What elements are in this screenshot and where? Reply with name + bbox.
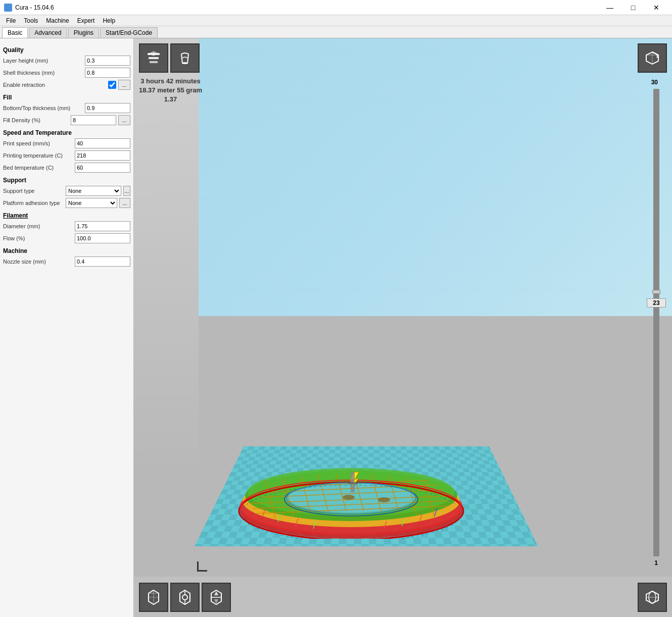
layer-height-row: Layer height (mm) — [3, 56, 130, 66]
section-machine-title: Machine — [3, 247, 130, 254]
svg-rect-42 — [149, 57, 159, 59]
platform-adhesion-select[interactable]: None Brim Raft — [66, 198, 117, 208]
flow-label: Flow (%) — [3, 235, 73, 241]
platform-adhesion-row: Platform adhesion type None Brim Raft ..… — [3, 198, 130, 208]
diameter-row: Diameter (mm) — [3, 221, 130, 231]
tab-basic[interactable]: Basic — [2, 27, 28, 38]
bottom-right-view-btn[interactable] — [638, 583, 667, 612]
enable-retraction-checkbox[interactable] — [108, 81, 116, 89]
layer-slider: 30 23 1 — [647, 79, 666, 567]
fill-density-input[interactable] — [71, 115, 116, 125]
shell-thickness-label: Shell thickness (mm) — [3, 70, 83, 76]
menu-machine[interactable]: Machine — [42, 16, 73, 25]
flow-input[interactable] — [75, 233, 130, 243]
tab-plugins[interactable]: Plugins — [68, 27, 99, 38]
nozzle-size-label: Nozzle size (mm) — [3, 259, 73, 265]
section-fill-title: Fill — [3, 94, 130, 101]
flow-row: Flow (%) — [3, 233, 130, 243]
main-layout: Quality Layer height (mm) Shell thicknes… — [0, 38, 672, 617]
print-speed-input[interactable] — [75, 138, 130, 148]
bottom-top-thickness-input[interactable] — [85, 103, 130, 113]
section-filament-title: Filament — [3, 212, 130, 219]
diameter-label: Diameter (mm) — [3, 223, 73, 229]
bed-temp-row: Bed temperature (C) — [3, 163, 130, 173]
section-support-title: Support — [3, 177, 130, 184]
layer-height-label: Layer height (mm) — [3, 58, 83, 64]
print-info: 3 hours 42 minutes 18.37 meter 55 gram 1… — [139, 77, 202, 105]
titlebar-controls: — □ ✕ — [598, 0, 668, 15]
shell-thickness-input[interactable] — [85, 68, 130, 78]
platform-adhesion-label: Platform adhesion type — [3, 200, 64, 206]
support-type-dots-btn[interactable]: ... — [123, 186, 130, 196]
svg-point-27 — [343, 495, 355, 500]
minimize-button[interactable]: — — [598, 0, 621, 15]
svg-point-28 — [378, 497, 390, 502]
nozzle-size-input[interactable] — [75, 256, 130, 267]
printing-temp-input[interactable] — [75, 150, 130, 161]
section-speed-title: Speed and Temperature — [3, 129, 130, 136]
menu-file[interactable]: File — [2, 16, 20, 25]
svg-marker-50 — [214, 599, 218, 603]
print-speed-row: Print speed (mm/s) — [3, 138, 130, 148]
app-icon — [4, 4, 12, 12]
rotate-view-btn[interactable] — [638, 43, 667, 73]
bottom-tool-btn-1[interactable] — [139, 583, 168, 612]
tabs-bar: Basic Advanced Plugins Start/End-GCode — [0, 26, 672, 38]
3d-object — [225, 418, 477, 539]
retraction-dots-btn[interactable]: ... — [118, 80, 130, 90]
bottom-top-thickness-row: Bottom/Top thickness (mm) — [3, 103, 130, 113]
nozzle-size-row: Nozzle size (mm) — [3, 256, 130, 267]
menu-expert[interactable]: Expert — [73, 16, 99, 25]
print-material: 18.37 meter 55 gram — [139, 86, 202, 95]
tab-start-end-gcode[interactable]: Start/End-GCode — [100, 27, 158, 38]
svg-rect-31 — [348, 482, 358, 484]
titlebar: Cura - 15.04.6 — □ ✕ — [0, 0, 672, 15]
svg-point-44 — [182, 62, 188, 64]
view-mode-btn-2[interactable] — [170, 43, 200, 73]
platform-adhesion-dots-btn[interactable]: ... — [119, 198, 130, 208]
print-cost: 1.37 — [139, 95, 202, 104]
printing-temp-label: Printing temperature (C) — [3, 152, 73, 159]
section-quality-title: Quality — [3, 46, 130, 54]
menu-tools[interactable]: Tools — [20, 16, 42, 25]
tab-advanced[interactable]: Advanced — [29, 27, 67, 38]
fill-density-row: Fill Density (%) ... — [3, 115, 130, 125]
printing-temp-row: Printing temperature (C) — [3, 150, 130, 161]
toolbar-bottom — [139, 583, 231, 612]
toolbar-top-right — [638, 43, 667, 73]
support-type-row: Support type None Touching buildplate Ev… — [3, 186, 130, 196]
filament-title-text: Filament — [3, 212, 28, 219]
slider-current-label: 23 — [647, 298, 666, 307]
support-type-select[interactable]: None Touching buildplate Everywhere — [66, 186, 121, 196]
enable-retraction-row: Enable retraction ... — [3, 80, 130, 90]
diameter-input[interactable] — [75, 221, 130, 231]
bed-temp-input[interactable] — [75, 163, 130, 173]
bed-temp-label: Bed temperature (C) — [3, 165, 73, 171]
bottom-top-thickness-label: Bottom/Top thickness (mm) — [3, 105, 83, 111]
print-time: 3 hours 42 minutes — [139, 77, 202, 86]
svg-point-46 — [182, 595, 187, 600]
menu-help[interactable]: Help — [99, 16, 119, 25]
shell-thickness-row: Shell thickness (mm) — [3, 68, 130, 78]
menubar: File Tools Machine Expert Help — [0, 15, 672, 26]
layer-height-input[interactable] — [85, 56, 130, 66]
close-button[interactable]: ✕ — [645, 0, 668, 15]
fill-density-dots-btn[interactable]: ... — [118, 115, 130, 125]
left-panel: Quality Layer height (mm) Shell thicknes… — [0, 38, 134, 617]
svg-rect-43 — [150, 61, 158, 63]
support-type-label: Support type — [3, 188, 64, 194]
fill-density-label: Fill Density (%) — [3, 117, 69, 123]
view-mode-btn-1[interactable] — [139, 43, 168, 73]
enable-retraction-label: Enable retraction — [3, 82, 106, 88]
bottom-tool-btn-3[interactable] — [202, 583, 231, 612]
toolbar-top-left — [139, 43, 200, 73]
svg-marker-49 — [214, 591, 218, 595]
slider-thumb[interactable] — [652, 290, 660, 294]
app-title: Cura - 15.04.6 — [15, 4, 54, 11]
corner-marker — [197, 561, 207, 572]
slider-max-label: 30 — [651, 79, 658, 86]
viewport: 3 hours 42 minutes 18.37 meter 55 gram 1… — [134, 38, 672, 617]
maximize-button[interactable]: □ — [621, 0, 645, 15]
bottom-tool-btn-2[interactable] — [170, 583, 200, 612]
titlebar-left: Cura - 15.04.6 — [4, 4, 54, 12]
